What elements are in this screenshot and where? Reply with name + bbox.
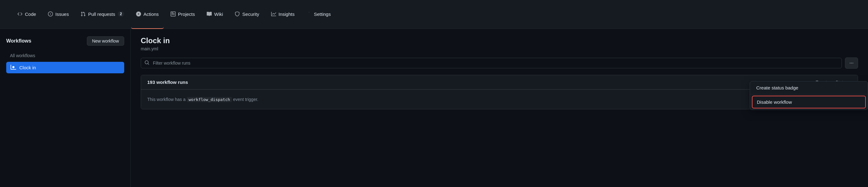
disable-workflow-label: Disable workflow	[757, 100, 792, 105]
more-options-button[interactable]: ···	[845, 58, 858, 69]
top-navigation: Code Issues Pull requests 2 Actions	[0, 0, 868, 29]
nav-pull-requests-label: Pull requests	[88, 11, 115, 17]
nav-insights-label: Insights	[279, 11, 295, 17]
nav-item-actions[interactable]: Actions	[131, 0, 164, 29]
runs-count: 193 workflow runs	[147, 79, 188, 85]
pull-requests-icon	[81, 11, 86, 16]
filter-workflow-runs-input[interactable]	[141, 58, 842, 68]
sidebar-header: Workflows New workflow	[6, 36, 124, 46]
insights-icon	[271, 11, 276, 16]
nav-security-label: Security	[242, 11, 259, 17]
workflow-item-icon	[10, 64, 16, 71]
dispatch-text-prefix: This workflow has a	[147, 97, 187, 102]
nav-wiki-label: Wiki	[214, 11, 223, 17]
content-area: Clock in main.yml ··· 193 workflow runs	[131, 29, 868, 187]
projects-icon	[170, 11, 176, 16]
nav-item-wiki[interactable]: Wiki	[202, 0, 228, 29]
workflow-title: Clock in	[141, 36, 858, 45]
settings-icon	[306, 11, 311, 16]
svg-point-0	[12, 66, 14, 68]
actions-icon	[136, 11, 141, 16]
issues-icon	[48, 11, 53, 16]
code-icon	[18, 11, 23, 16]
wiki-icon	[207, 11, 212, 16]
all-workflows-label: All workflows	[10, 53, 35, 58]
search-icon	[145, 60, 150, 66]
dispatch-text-suffix: event trigger.	[232, 97, 258, 102]
dropdown-divider	[750, 94, 868, 95]
main-layout: Workflows New workflow All workflows Clo…	[0, 29, 868, 187]
pull-requests-badge: 2	[118, 11, 124, 17]
filter-bar: ···	[141, 58, 858, 69]
nav-issues-label: Issues	[55, 11, 69, 17]
dropdown-menu: Create status badge Disable workflow	[750, 81, 868, 110]
nav-item-projects[interactable]: Projects	[166, 0, 200, 29]
sidebar-all-workflows[interactable]: All workflows	[6, 51, 124, 60]
security-icon	[235, 11, 240, 16]
new-workflow-button[interactable]: New workflow	[87, 36, 124, 46]
nav-actions-label: Actions	[144, 11, 159, 17]
workflow-file: main.yml	[141, 46, 858, 51]
more-options-icon: ···	[849, 60, 854, 66]
nav-settings-label: Settings	[314, 11, 331, 17]
sidebar: Workflows New workflow All workflows Clo…	[0, 29, 131, 187]
nav-code-label: Code	[25, 11, 36, 17]
sidebar-title: Workflows	[6, 38, 31, 44]
dropdown-disable-workflow[interactable]: Disable workflow	[752, 96, 866, 108]
nav-item-issues[interactable]: Issues	[43, 0, 74, 29]
nav-item-code[interactable]: Code	[12, 0, 41, 29]
nav-item-settings[interactable]: Settings	[301, 0, 336, 29]
nav-item-security[interactable]: Security	[230, 0, 264, 29]
nav-projects-label: Projects	[178, 11, 195, 17]
dispatch-code: workflow_dispatch	[187, 97, 232, 102]
workflow-item-label: Clock in	[19, 65, 36, 70]
sidebar-workflow-clock-in[interactable]: Clock in	[6, 62, 124, 73]
nav-item-insights[interactable]: Insights	[266, 0, 300, 29]
filter-input-wrapper	[141, 58, 842, 68]
dropdown-create-status-badge[interactable]: Create status badge	[750, 81, 868, 94]
nav-item-pull-requests[interactable]: Pull requests 2	[76, 0, 129, 29]
create-status-badge-label: Create status badge	[756, 85, 798, 90]
